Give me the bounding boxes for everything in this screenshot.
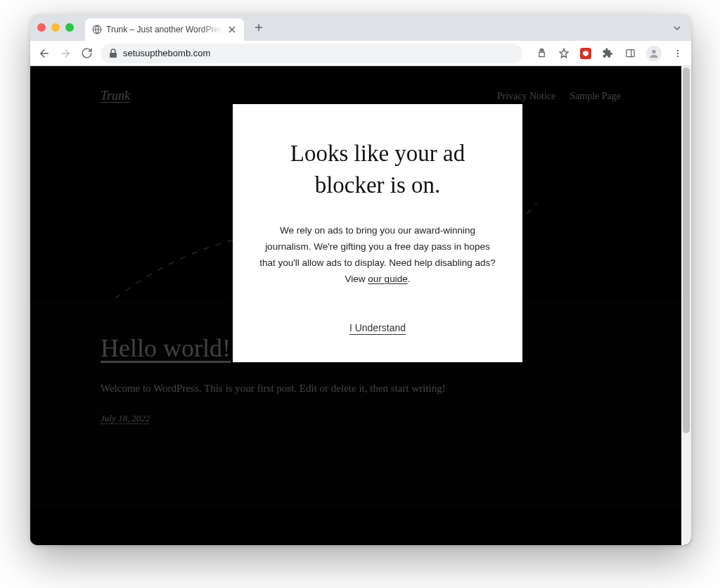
window-controls	[37, 23, 74, 32]
extensions-icon[interactable]	[601, 47, 614, 60]
modal-title: Looks like your ad blocker is on.	[259, 138, 496, 200]
close-window-button[interactable]	[37, 23, 46, 32]
share-icon[interactable]	[535, 47, 548, 60]
address-bar[interactable]: setusupthebomb.com	[101, 44, 522, 63]
adblock-extension-icon[interactable]	[580, 48, 591, 59]
browser-tab[interactable]: Trunk – Just another WordPres	[85, 18, 244, 41]
back-button[interactable]	[37, 46, 51, 60]
guide-link[interactable]: our guide	[368, 274, 407, 284]
svg-point-5	[677, 49, 679, 51]
browser-window: Trunk – Just another WordPres setusupthe…	[30, 14, 691, 545]
understand-button[interactable]: I Understand	[349, 322, 406, 333]
svg-point-7	[677, 55, 679, 56]
close-tab-button[interactable]	[227, 25, 237, 34]
browser-toolbar: setusupthebomb.com	[30, 41, 691, 66]
svg-rect-1	[110, 53, 117, 58]
tab-title: Trunk – Just another WordPres	[106, 25, 223, 34]
globe-icon	[92, 25, 102, 34]
star-icon[interactable]	[558, 47, 570, 60]
page-viewport: Trunk Privacy Notice Sample Page Hello w…	[30, 66, 691, 545]
svg-point-6	[677, 52, 679, 53]
url-text: setusupthebomb.com	[123, 48, 210, 58]
reload-button[interactable]	[79, 46, 94, 60]
profile-button[interactable]	[646, 46, 662, 61]
new-tab-button[interactable]	[250, 18, 268, 37]
tab-bar: Trunk – Just another WordPres	[30, 14, 691, 41]
svg-point-4	[652, 49, 655, 53]
maximize-window-button[interactable]	[65, 23, 74, 32]
scrollbar-thumb[interactable]	[683, 68, 690, 433]
forward-button[interactable]	[58, 46, 72, 60]
adblock-modal: Looks like your ad blocker is on. We rel…	[233, 104, 522, 362]
modal-body-suffix: .	[408, 274, 411, 284]
toolbar-actions	[529, 46, 684, 61]
lock-icon	[109, 49, 117, 58]
modal-body: We rely on ads to bring you our award-wi…	[259, 223, 496, 288]
scrollbar-track[interactable]	[681, 66, 691, 545]
chevron-down-icon[interactable]	[673, 23, 681, 35]
svg-rect-2	[626, 50, 634, 57]
sidepanel-icon[interactable]	[624, 47, 636, 60]
menu-button[interactable]	[671, 47, 684, 60]
minimize-window-button[interactable]	[51, 23, 60, 32]
